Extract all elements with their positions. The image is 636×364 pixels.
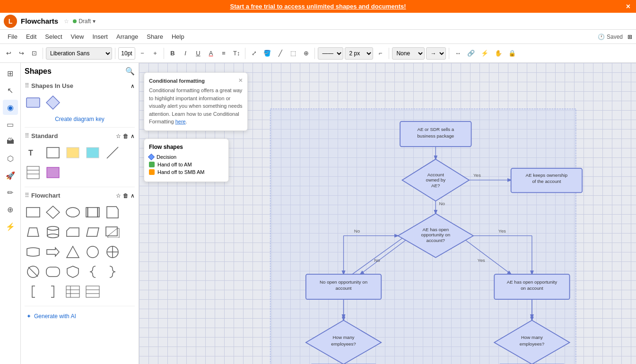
fc-rect3[interactable] [104, 224, 121, 241]
menu-insert[interactable]: Insert [88, 32, 112, 42]
font-color-button[interactable]: A [205, 47, 217, 60]
fc-diamond[interactable] [44, 204, 61, 221]
clone-button[interactable]: ⊡ [28, 47, 40, 60]
shape-text[interactable]: T [25, 144, 42, 161]
menu-help[interactable]: Help [168, 32, 188, 42]
menu-select[interactable]: Select [41, 32, 66, 42]
menu-edit[interactable]: Edit [22, 32, 40, 42]
lightning-button[interactable]: ⚡ [479, 47, 491, 60]
shape-rect-used[interactable] [25, 94, 42, 111]
fill-color-button[interactable]: 🪣 [261, 47, 273, 60]
shapes-panel-title: Shapes [25, 67, 52, 76]
shape-rect-purple[interactable] [44, 164, 61, 181]
banner-close-button[interactable]: × [626, 2, 630, 11]
bold-button[interactable]: B [167, 47, 178, 60]
fc-rect[interactable] [25, 204, 42, 221]
lock-button[interactable]: 🔒 [506, 47, 518, 60]
left-tool-plus[interactable]: ⊕ [3, 202, 18, 217]
trial-link[interactable]: Start a free trial to access unlimited s… [230, 3, 406, 10]
fc-rect-double[interactable] [84, 204, 101, 221]
delete-standard-icon[interactable]: 🗑 [123, 133, 129, 139]
generate-ai-button[interactable]: ✦ Generate with AI [25, 309, 135, 323]
left-tool-rocket[interactable]: 🚀 [3, 168, 18, 183]
fc-shield[interactable] [64, 263, 81, 280]
favorite-standard-icon[interactable]: ☆ [116, 133, 121, 139]
fc-tape[interactable] [25, 243, 42, 260]
generate-ai-label: Generate with AI [34, 313, 76, 320]
left-tool-image[interactable]: 🏔 [3, 134, 18, 149]
line-weight-select[interactable]: 2 px 1 px 3 px [345, 47, 373, 60]
text-direction-button[interactable]: T↕ [231, 47, 242, 60]
pin-button[interactable]: ⊕ [300, 47, 312, 60]
fc-cylinder[interactable] [44, 224, 61, 241]
left-tool-pencil[interactable]: ✏ [3, 185, 18, 200]
section-flowchart[interactable]: ⠿ Flowchart ☆ 🗑 ∧ [25, 190, 135, 201]
redo-button[interactable]: ↪ [16, 47, 27, 60]
fc-ellipse[interactable] [64, 204, 81, 221]
fc-grid-large[interactable] [84, 283, 101, 300]
waypoint-select[interactable]: None Curved [392, 47, 425, 60]
shape-rect-teal[interactable] [84, 144, 101, 161]
fc-cross[interactable] [104, 243, 121, 260]
underline-button[interactable]: U [192, 47, 204, 60]
left-tool-cursor[interactable]: ↖ [3, 83, 18, 98]
shape-list[interactable] [25, 164, 42, 181]
line-color-button[interactable]: ╱ [275, 47, 286, 60]
flip-button[interactable]: ↔ [452, 47, 463, 60]
fc-triangle[interactable] [64, 243, 81, 260]
menu-arrange[interactable]: Arrange [113, 32, 142, 42]
section-standard[interactable]: ⠿ Standard ☆ 🗑 ∧ [25, 130, 135, 141]
canvas-area[interactable]: Conditional formatting ✕ Conditional for… [139, 63, 636, 364]
font-family-select[interactable]: Liberation Sans Arial Times New Roman [46, 47, 112, 60]
draft-status[interactable]: Draft ▾ [73, 18, 96, 25]
font-size-input[interactable] [118, 47, 135, 60]
italic-button[interactable]: I [180, 47, 191, 60]
font-size-increase-button[interactable]: + [149, 47, 161, 60]
left-tool-hex[interactable]: ⬡ [3, 151, 18, 166]
create-diagram-key-button[interactable]: Create diagram key [25, 114, 135, 124]
shape-rectangle[interactable] [44, 144, 61, 161]
arrow-select[interactable]: → ← ↔ [426, 47, 446, 60]
fc-arrow-right[interactable] [44, 243, 61, 260]
search-shapes-button[interactable]: 🔍 [125, 67, 135, 76]
section-shapes-in-use[interactable]: ⠿ Shapes In Use ∧ [25, 80, 135, 91]
tooltip-button[interactable]: ✋ [492, 47, 505, 60]
left-tool-rect[interactable]: ▭ [3, 117, 18, 132]
link-button[interactable]: 🔗 [465, 47, 477, 60]
fc-page[interactable] [104, 204, 121, 221]
fc-bracket-left[interactable] [25, 283, 42, 300]
fc-curly-left[interactable] [84, 263, 101, 280]
fc-circle[interactable] [84, 243, 101, 260]
font-size-decrease-button[interactable]: − [137, 47, 148, 60]
fc-bracket-right[interactable] [44, 283, 61, 300]
fc-trapezoid[interactable] [25, 224, 42, 241]
fc-cancel[interactable] [25, 263, 42, 280]
expand-button[interactable]: ⤢ [248, 47, 260, 60]
corner-style-button[interactable]: ⌐ [375, 47, 386, 60]
fc-rect-round[interactable] [44, 263, 61, 280]
shape-diagonal-line[interactable] [104, 144, 121, 161]
line-style-select[interactable]: —— - - - [318, 47, 343, 60]
delete-flowchart-icon[interactable]: 🗑 [123, 192, 129, 199]
undo-button[interactable]: ↩ [3, 47, 14, 60]
wrap-button[interactable]: ⬚ [288, 47, 299, 60]
align-button[interactable]: ≡ [218, 47, 229, 60]
fc-curly-right[interactable] [104, 263, 121, 280]
left-tool-layers[interactable]: ⚡ [3, 219, 18, 234]
fc-parallelogram[interactable] [84, 224, 101, 241]
left-tool-shapes[interactable]: ◉ [3, 100, 18, 115]
divider-flowchart [25, 187, 135, 187]
menu-file[interactable]: File [4, 32, 21, 42]
favorite-flowchart-icon[interactable]: ☆ [116, 192, 121, 199]
fc-card[interactable] [64, 224, 81, 241]
shape-diamond-used[interactable] [44, 94, 61, 111]
menu-view[interactable]: View [67, 32, 88, 42]
favorite-icon[interactable]: ☆ [64, 18, 69, 25]
menu-share[interactable]: Share [143, 32, 167, 42]
svg-text:business package: business package [417, 133, 454, 139]
fc-grid-small[interactable] [64, 283, 81, 300]
collapse-flowchart-icon: ∧ [131, 192, 135, 199]
apps-icon[interactable]: ⊞ [627, 34, 632, 40]
shape-rect-yellow[interactable] [64, 144, 81, 161]
left-tool-grid[interactable]: ⊞ [3, 66, 18, 81]
